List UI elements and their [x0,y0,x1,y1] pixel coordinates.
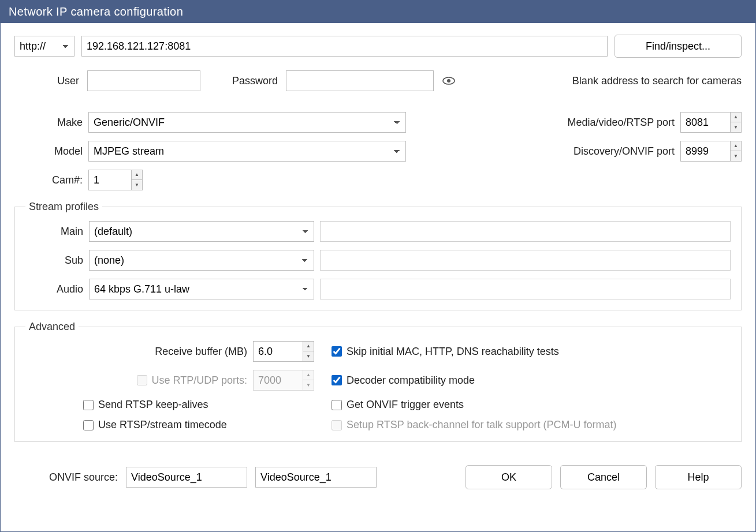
rtp-port-spinner: ▲▼ [253,370,314,391]
keepalive-checkbox[interactable] [83,400,94,410]
sub-profile-info [320,250,731,271]
main-profile-select[interactable]: (default) [89,221,314,242]
advanced-legend: Advanced [25,321,79,333]
onvif-port-label: Discovery/ONVIF port [530,145,675,158]
advanced-group: Advanced Receive buffer (MB) ▲▼ Skip ini… [14,321,742,442]
receive-buffer-input[interactable] [253,341,303,362]
receive-buffer-spinner[interactable]: ▲▼ [253,341,314,362]
user-input[interactable] [87,70,200,91]
make-label: Make [14,117,83,129]
onvif-port-spinner[interactable]: ▲▼ [680,141,742,162]
timecode-checkbox[interactable] [83,420,94,430]
spinner-down-icon[interactable]: ▼ [731,122,741,132]
onvif-port-input[interactable] [680,141,730,162]
rtp-udp-label: Use RTP/UDP ports: [152,374,247,387]
protocol-select[interactable]: http:// [14,36,75,57]
spinner-down-icon[interactable]: ▼ [303,351,314,361]
spinner-down-icon[interactable]: ▼ [731,151,741,161]
trigger-events-label: Get ONVIF trigger events [347,399,464,411]
spinner-up-icon[interactable]: ▲ [731,113,741,122]
spinner-down-icon[interactable]: ▼ [132,180,142,190]
model-select[interactable]: MJPEG stream [88,141,406,162]
rtp-port-input [253,370,303,391]
user-label: User [14,75,79,87]
rtsp-port-input[interactable] [680,112,730,133]
show-password-icon[interactable] [442,74,456,88]
cancel-button[interactable]: Cancel [560,465,647,489]
help-button[interactable]: Help [655,465,742,489]
sub-profile-select[interactable]: (none) [89,250,314,271]
svg-point-1 [447,79,450,83]
decoder-compat-label: Decoder compatibility mode [347,374,475,387]
sub-label: Sub [25,254,83,267]
cam-input[interactable] [88,170,131,190]
rtsp-port-spinner[interactable]: ▲▼ [680,112,742,133]
make-model-grid: Make Generic/ONVIF Media/video/RTSP port… [14,112,742,190]
audio-profile-select[interactable]: 64 kbps G.711 u-law [89,279,314,299]
ok-button[interactable]: OK [465,465,552,489]
rtp-udp-checkbox [137,375,147,385]
spinner-up-icon[interactable]: ▲ [132,170,142,180]
backchannel-label: Setup RTSP back-channel for talk support… [347,419,617,431]
main-profile-info [320,221,731,242]
backchannel-checkbox [332,420,342,430]
find-inspect-button[interactable]: Find/inspect... [615,35,742,58]
dialog-window: Network IP camera configuration http:// … [0,0,756,532]
skip-tests-label: Skip initial MAC, HTTP, DNS reachability… [347,346,559,358]
audio-profile-info [320,279,731,299]
spinner-down-icon: ▼ [303,380,314,390]
dialog-title: Network IP camera configuration [9,5,183,18]
spinner-up-icon[interactable]: ▲ [303,342,314,351]
address-input[interactable] [81,36,608,57]
make-select[interactable]: Generic/ONVIF [88,112,406,133]
onvif-source-label: ONVIF source: [49,471,118,484]
footer-row: ONVIF source: OK Cancel Help [14,465,742,489]
skip-tests-checkbox[interactable] [332,346,342,357]
onvif-source-2-input[interactable] [255,467,377,488]
title-bar: Network IP camera configuration [1,1,755,23]
spinner-up-icon: ▲ [303,370,314,380]
keepalive-label: Send RTSP keep-alives [98,399,208,411]
decoder-compat-checkbox[interactable] [332,375,342,385]
trigger-events-checkbox[interactable] [332,400,342,410]
password-label: Password [208,75,278,87]
onvif-source-1-input[interactable] [126,467,247,488]
blank-address-hint: Blank address to search for cameras [572,75,742,87]
main-label: Main [25,226,83,238]
cam-spinner[interactable]: ▲▼ [88,170,143,190]
rtsp-port-label: Media/video/RTSP port [530,117,675,129]
model-label: Model [14,145,83,158]
timecode-label: Use RTSP/stream timecode [98,419,227,431]
cam-label: Cam#: [14,174,83,186]
receive-buffer-label: Receive buffer (MB) [155,346,247,358]
credentials-row: User Password Blank address to search fo… [14,70,742,91]
audio-label: Audio [25,283,83,295]
stream-profiles-legend: Stream profiles [25,201,102,213]
address-row: http:// Find/inspect... [14,35,742,58]
stream-profiles-group: Stream profiles Main (default) Sub (none… [14,201,742,310]
spinner-up-icon[interactable]: ▲ [731,141,741,151]
dialog-body: http:// Find/inspect... User Password Bl… [1,23,755,531]
password-input[interactable] [286,70,434,91]
